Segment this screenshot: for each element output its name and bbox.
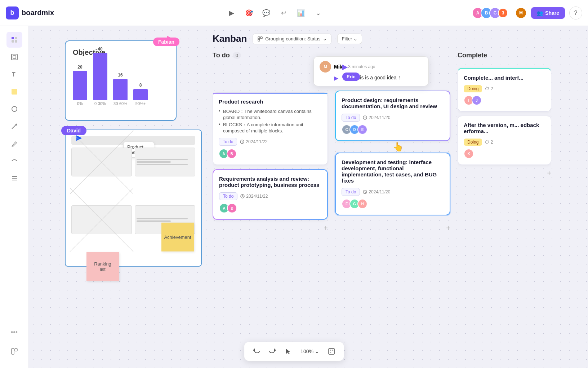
- hand-cursor-icon: 👆: [393, 142, 404, 152]
- requirements-card: Requirements analysis and review: produc…: [213, 169, 328, 220]
- product-research-date: 2024/11/22: [240, 139, 267, 144]
- inprogress-add-button[interactable]: +: [446, 224, 450, 232]
- complete-card-1-status: Doing: [464, 85, 482, 92]
- comment-text: This is a good idea！: [354, 75, 402, 81]
- product-design-date: 2024/11/20: [363, 115, 390, 120]
- dev-testing-status: To do: [342, 188, 360, 196]
- product-research-status: To do: [219, 138, 237, 146]
- sidebar-item-frame[interactable]: [6, 49, 22, 65]
- zoom-chevron-icon: ⌄: [315, 349, 319, 354]
- chevron-down-icon: ⌄: [323, 36, 327, 41]
- comment-header: M Mike 3 minutes ago: [320, 61, 423, 73]
- toolbar-right: A B C 3 M 👥 Share ?: [472, 6, 582, 19]
- collaborator-count: 3: [498, 8, 508, 18]
- kanban-col-todo: To do 0 M Mike 3 minutes ago ▶ This is a…: [213, 52, 328, 354]
- achievement-sticky: Achievement: [161, 223, 194, 251]
- bar-label-top-1: 20: [77, 65, 82, 70]
- bar-label-bottom-2: 0-30%: [94, 101, 106, 106]
- bar-label-bottom-1: 0%: [77, 101, 83, 106]
- product-research-avatars: A B: [219, 149, 322, 159]
- svg-rect-33: [330, 350, 331, 351]
- kanban-title: Kanban: [213, 33, 247, 44]
- complete-col-header: Complete: [458, 52, 551, 59]
- chart-button[interactable]: 📊: [294, 6, 308, 20]
- canvas-area[interactable]: ▶ Fabian Objective 20 0% 40 0-30% 16 30-…: [29, 26, 588, 368]
- timer-button[interactable]: ↩: [276, 6, 291, 20]
- ranking-sticky: Ranking list: [86, 252, 119, 281]
- sidebar-more-dots[interactable]: •••: [11, 329, 18, 336]
- left-sidebar: T •••: [0, 26, 29, 368]
- bar-group-4: 8 90%+: [133, 83, 148, 106]
- undo-button[interactable]: [250, 345, 263, 358]
- sidebar-item-shapes[interactable]: [6, 101, 22, 117]
- svg-rect-16: [258, 37, 260, 39]
- app-name: boardmix: [22, 9, 54, 17]
- dev-testing-card: Development and testing: interface devel…: [335, 153, 450, 215]
- product-design-title: Product design: requirements documentati…: [342, 97, 444, 109]
- sidebar-item-pen[interactable]: [6, 136, 22, 152]
- kanban-col-complete: Complete Complete... and interf... Doing…: [458, 52, 551, 354]
- comment-bubble: M Mike 3 minutes ago ▶ This is a good id…: [313, 56, 429, 86]
- product-design-meta: To do 2024/11/20: [342, 114, 444, 122]
- grouping-button[interactable]: Grouping condition: Status ⌄: [253, 34, 331, 44]
- comment-avatar: M: [320, 61, 331, 73]
- complete-card-1-meta: Doing ⏱ 2: [464, 85, 545, 92]
- play-button[interactable]: ▶: [224, 6, 239, 20]
- requirements-title: Requirements analysis and review: produc…: [219, 176, 321, 188]
- svg-rect-35: [330, 352, 331, 353]
- sidebar-item-text[interactable]: T: [6, 66, 22, 82]
- kanban-col-inprogress: ▶ Eric Product design: requirements docu…: [335, 59, 450, 354]
- wireframe-cell-1: [71, 148, 132, 176]
- complete-add-button[interactable]: +: [547, 169, 551, 178]
- product-research-bullet-2: BLOCKS：A complete information unit compo…: [219, 122, 322, 133]
- product-research-meta: To do 2024/11/22: [219, 138, 322, 146]
- undo-icon: [253, 348, 260, 355]
- objective-chart-card: ▶ Fabian Objective 20 0% 40 0-30% 16 30-…: [65, 40, 177, 121]
- cursor-button[interactable]: [282, 345, 295, 358]
- eric-cursor-arrow-icon: ▶: [342, 62, 360, 71]
- more-button[interactable]: ⌄: [311, 6, 325, 20]
- sidebar-item-sticky[interactable]: [6, 84, 22, 100]
- present-button[interactable]: 🎯: [242, 6, 256, 20]
- kanban-area: Kanban Grouping condition: Status ⌄ Filt…: [205, 26, 588, 368]
- sidebar-item-connector[interactable]: [6, 153, 22, 169]
- redo-button[interactable]: [266, 345, 279, 358]
- requirements-meta: To do 2024/11/22: [219, 192, 321, 200]
- svg-rect-5: [13, 56, 16, 58]
- product-research-bullet-1: BOARD：The whiteboard canvas contains glo…: [219, 108, 322, 120]
- share-button[interactable]: 👥 Share: [531, 7, 565, 19]
- sidebar-item-list[interactable]: [6, 170, 22, 186]
- minimap-button[interactable]: [325, 345, 338, 358]
- zoom-display[interactable]: 100% ⌄: [298, 347, 322, 356]
- filter-button[interactable]: Filter ⌄: [337, 34, 362, 44]
- grouping-icon: [257, 36, 263, 42]
- product-design-card: Product design: requirements documentati…: [335, 91, 450, 141]
- wireframe-section: David ▶ Product Positioning: [65, 130, 209, 267]
- dev-testing-title: Development and testing: interface devel…: [342, 159, 444, 184]
- david-tag: David: [61, 126, 86, 135]
- complete-card-2-status: Doing: [464, 139, 482, 146]
- minimap-icon: [328, 348, 335, 355]
- bar-group-1: 20 0%: [73, 65, 87, 106]
- sidebar-item-palette[interactable]: [6, 32, 22, 48]
- help-button[interactable]: ?: [569, 6, 582, 19]
- product-research-avatar-2: B: [227, 149, 237, 159]
- bar-group-2: 40 0-30%: [93, 47, 107, 106]
- current-user-avatar[interactable]: M: [515, 7, 527, 19]
- toolbar-center: ▶ 🎯 💬 ↩ 📊 ⌄: [78, 6, 472, 20]
- todo-add-button[interactable]: +: [324, 224, 328, 232]
- svg-rect-3: [15, 40, 17, 43]
- chart-title: Objective: [73, 48, 169, 57]
- collaborators-avatars: A B C 3: [472, 7, 508, 19]
- sidebar-bottom-icon[interactable]: [6, 343, 22, 359]
- share-icon: 👥: [537, 10, 543, 16]
- eric-cursor: ▶ Eric: [342, 62, 360, 81]
- wireframe-card: David ▶ Product Positioning: [65, 130, 202, 267]
- redo-icon: [269, 348, 276, 355]
- svg-marker-31: [286, 349, 290, 354]
- sidebar-item-arrow[interactable]: [6, 118, 22, 134]
- comment-button[interactable]: 💬: [259, 6, 273, 20]
- complete-card-1: Complete... and interf... Doing ⏱ 2 I J: [458, 68, 551, 111]
- wireframe-cell-3: [71, 205, 132, 234]
- bar-label-bottom-4: 90%+: [135, 101, 146, 106]
